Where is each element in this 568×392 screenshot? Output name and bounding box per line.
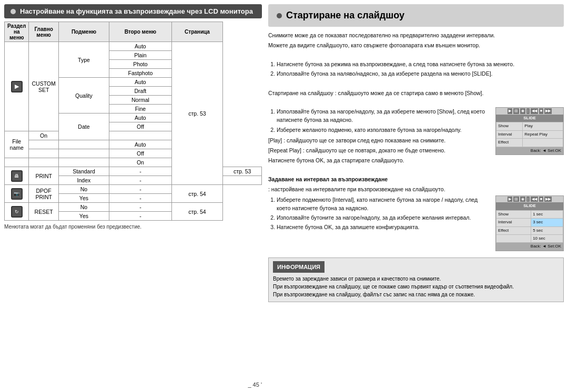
table-row: 🖶 PRINT Standard - стр. 53 bbox=[5, 167, 262, 176]
slide-row: 10 sec bbox=[496, 234, 563, 242]
right-text-content: Снимките може да се показват последовате… bbox=[268, 31, 564, 253]
custom-set-label: CUSTOM SET bbox=[29, 42, 58, 131]
type-fastphoto: Fastphoto bbox=[109, 69, 172, 78]
reset-yes-val: - bbox=[109, 212, 172, 221]
filename-label: File name bbox=[5, 131, 29, 158]
filename-on: On bbox=[109, 158, 172, 167]
icon-sep2: | bbox=[526, 197, 530, 202]
right-header: Стартиране на слайдшоу bbox=[268, 4, 564, 27]
print-label: PRINT bbox=[29, 167, 58, 185]
main-empty bbox=[58, 140, 109, 149]
reset-icon-cell: ↻ bbox=[5, 203, 29, 221]
page-53-print: стр. 53 bbox=[223, 167, 262, 176]
main-empty2 bbox=[58, 149, 109, 158]
icon-stop: ■ bbox=[539, 108, 543, 114]
type-photo: Photo bbox=[109, 60, 172, 69]
quality-label: Quality bbox=[58, 78, 109, 114]
slide-row: Effect bbox=[496, 139, 563, 147]
intro-line1: Снимките може да се показват последовате… bbox=[268, 31, 564, 39]
reset-label: RESET bbox=[29, 203, 58, 221]
repeat-desc-text: : слайдшоуто ще се повтаря, докато не бъ… bbox=[303, 147, 445, 153]
dpof-icon-cell: 📷 bbox=[5, 185, 29, 203]
icon-stop2: ■ bbox=[539, 197, 543, 202]
right-header-text: Стартиране на слайдшоу bbox=[286, 8, 404, 23]
icon-camera3: ◉ bbox=[520, 197, 525, 202]
print-standard-val: - bbox=[109, 167, 172, 176]
icon-playback2: ▶ bbox=[508, 197, 512, 202]
table-row: Off bbox=[5, 149, 262, 158]
slide-icons-2: ▶ ▤ ◉ | ◀◀ ■ ▶▶ bbox=[496, 196, 563, 203]
slide-cell: Repeat Play bbox=[523, 130, 563, 138]
print-standard: Standard bbox=[58, 167, 109, 176]
type-auto: Auto bbox=[109, 42, 172, 51]
info-item-2: При възпроизвеждане на слайдшоу, ще се п… bbox=[273, 283, 559, 291]
slide-footer-2: Back: ◄ Set:OK bbox=[496, 243, 563, 250]
print-index-val: - bbox=[109, 176, 172, 185]
page-54-reset: стр. 54 bbox=[171, 203, 223, 221]
table-row: File name On bbox=[5, 131, 262, 140]
quality-auto: Auto bbox=[109, 78, 172, 87]
icon-film: ▤ bbox=[513, 108, 519, 114]
left-header: Настройване на функцията за възпроизвежд… bbox=[4, 4, 262, 18]
date-off: Off bbox=[109, 122, 172, 131]
quality-fine: Fine bbox=[109, 105, 172, 114]
icon-prev2: ◀◀ bbox=[531, 197, 538, 202]
slide-cell: Play bbox=[523, 122, 563, 130]
dpof-yes: Yes bbox=[58, 194, 109, 203]
table-row: ↻ RESET No - стр. 54 bbox=[5, 203, 262, 212]
table-row: ▶ CUSTOM SET Type Auto стр. 53 bbox=[5, 42, 262, 51]
reset-icon: ↻ bbox=[11, 206, 23, 218]
page-53: стр. 53 bbox=[171, 42, 223, 185]
icon-film2: ▤ bbox=[513, 197, 519, 202]
slide-cell: Interval bbox=[496, 219, 531, 226]
print-icon-cell: 🖶 bbox=[5, 167, 29, 185]
slide-row: Interval Repeat Play bbox=[496, 130, 563, 138]
icon-sep: | bbox=[526, 108, 530, 114]
table-row: Auto bbox=[5, 140, 262, 149]
filename-auto: Auto bbox=[109, 140, 172, 149]
slide-ui-2: ▶ ▤ ◉ | ◀◀ ■ ▶▶ SLIDE Show 1 sec Interva… bbox=[495, 195, 564, 251]
info-item-1: Времето за зареждане зависи от размера и… bbox=[273, 275, 559, 283]
slide-cell: Interval bbox=[496, 130, 523, 138]
slide-table-2: Show 1 sec Interval 3 sec Effect 5 sec 1… bbox=[496, 210, 563, 243]
left-header-text: Настройване на функцията за възпроизвежд… bbox=[20, 7, 253, 15]
slide-cell: Show bbox=[496, 122, 523, 130]
col-second: Второ меню bbox=[109, 22, 172, 42]
col-sub: Подменю bbox=[58, 22, 109, 42]
slide-icons-1: ▶ ▤ ◉ | ◀◀ ■ ▶▶ bbox=[496, 108, 563, 115]
steps-list-1: Натиснете бутона за режима на възпроизве… bbox=[268, 60, 564, 78]
print-index: Index bbox=[58, 176, 109, 185]
main-empty3 bbox=[29, 158, 58, 167]
reset-no: No bbox=[58, 203, 109, 212]
icon-next: ▶▶ bbox=[544, 108, 552, 114]
left-panel: Настройване на функцията за възпроизвежд… bbox=[4, 4, 262, 388]
col-main: Главно меню bbox=[29, 22, 58, 42]
quality-draft: Draft bbox=[109, 87, 172, 96]
col-section: Раздел на меню bbox=[5, 22, 29, 42]
slide-table-1: Show Play Interval Repeat Play Effect bbox=[496, 122, 563, 147]
slide-ui-1: ▶ ▤ ◉ | ◀◀ ■ ▶▶ SLIDE Show Play Interval bbox=[495, 107, 564, 155]
right-bullet bbox=[277, 13, 282, 18]
info-box-header: ИНФОРМАЦИЯ bbox=[273, 261, 324, 273]
slide-cell: 1 sec bbox=[531, 210, 563, 218]
dpof-no: No bbox=[58, 185, 109, 194]
play-label: [Play] bbox=[268, 137, 282, 143]
type-label: Type bbox=[58, 42, 109, 78]
interval-header: Задаване на интервал за възпроизвеждане bbox=[268, 175, 564, 183]
icon-next2: ▶▶ bbox=[544, 197, 552, 202]
icon-cell-empty3 bbox=[5, 158, 29, 167]
intro-line2: Можете да видите слайдшоуто, като свърже… bbox=[268, 41, 564, 49]
slide-cell bbox=[496, 234, 531, 242]
info-box: ИНФОРМАЦИЯ Времето за зареждане зависи о… bbox=[268, 257, 564, 303]
slide-header-2: SLIDE bbox=[496, 202, 563, 210]
table-row: 📷 DPOF PRINT No - стр. 54 bbox=[5, 185, 262, 194]
menu-table: Раздел на меню Главно меню Подменю Второ… bbox=[4, 22, 262, 221]
type-plain: Plain bbox=[109, 51, 172, 60]
reset-no-val: - bbox=[109, 203, 172, 212]
filename-off: Off bbox=[109, 149, 172, 158]
date-on: On bbox=[29, 131, 58, 140]
repeat-label: [Repeat Play] bbox=[268, 147, 301, 153]
page-54-dpof: стр. 54 bbox=[171, 185, 223, 203]
slide-header-1: SLIDE bbox=[496, 115, 563, 122]
step3: Натиснете бутона OK, за да стартирате сл… bbox=[268, 156, 564, 164]
